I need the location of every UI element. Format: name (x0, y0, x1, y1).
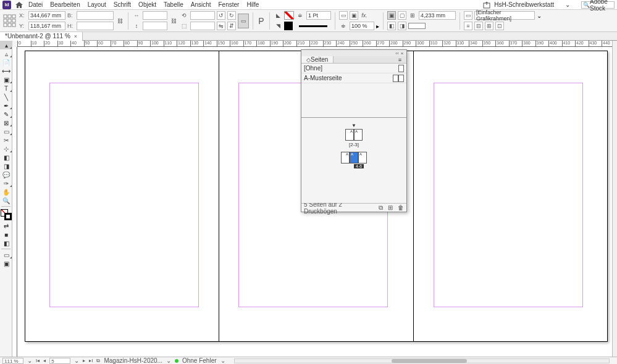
selection-tool-icon[interactable]: ▴ (0, 41, 12, 49)
open-docs-icon[interactable]: ⧉ (96, 358, 100, 364)
home-icon[interactable] (15, 1, 23, 9)
close-tab-icon[interactable]: × (74, 33, 77, 39)
menu-schrift[interactable]: Schrift (114, 1, 131, 8)
stroke-weight-field[interactable]: 1 Pt (306, 11, 331, 20)
menu-datei[interactable]: Datei (28, 1, 43, 8)
fit-frame-icon[interactable]: ◨ (398, 22, 406, 30)
preflight-label[interactable]: Ohne Fehler (182, 357, 217, 364)
menu-layout[interactable]: Layout (88, 1, 106, 8)
eyedropper-tool-icon[interactable]: ✑ (0, 179, 12, 188)
link-wh-icon[interactable]: ⛓ (115, 17, 124, 25)
fit-content-icon[interactable]: ▣ (387, 11, 396, 20)
wh-dropdown[interactable]: 4,233 mm (419, 11, 456, 20)
chevron-down-icon[interactable]: ⌄ (565, 1, 570, 8)
scale-x-field[interactable] (143, 11, 167, 20)
gap-tool-icon[interactable]: ⟷ (0, 67, 12, 75)
rotate-ccw-icon[interactable]: ↺ (217, 11, 225, 20)
align-icon[interactable]: ≡ (464, 22, 472, 30)
panel-titlebar[interactable]: ‹‹ × (301, 50, 406, 56)
direct-selection-tool-icon[interactable]: ▵ (0, 49, 12, 58)
spread-thumb-selected[interactable]: A A A 4-6 (301, 152, 406, 163)
x-field[interactable]: 344,667 mm (28, 11, 65, 20)
vertical-ruler[interactable] (12, 47, 17, 357)
panel-dock[interactable] (612, 41, 617, 357)
pen-tool-icon[interactable]: ✒ (0, 101, 12, 110)
prev-page-icon[interactable]: ◂ (43, 358, 46, 363)
master-a[interactable]: A-Musterseite (301, 73, 406, 83)
new-page-icon[interactable]: ⊞ (388, 204, 393, 211)
flip-h-icon[interactable]: ⇋ (217, 22, 225, 30)
page-tool-icon[interactable]: 📄 (0, 58, 12, 67)
paragraph-icon[interactable]: P (257, 17, 266, 25)
next-page-icon[interactable]: ▸ (83, 358, 85, 363)
w-field[interactable] (77, 11, 114, 20)
zoom-tool-icon[interactable]: 🔍 (0, 196, 12, 205)
gradient-feather-tool-icon[interactable]: ◨ (0, 162, 12, 170)
group-icon[interactable]: ⊞ (485, 22, 493, 30)
scissors-tool-icon[interactable]: ✂ (0, 136, 12, 144)
fill-frame-icon[interactable]: ◧ (387, 22, 396, 30)
dropdown-arrow-icon[interactable]: ⌄ (537, 12, 542, 19)
frame-type-icon[interactable]: ▭ (464, 11, 472, 20)
menu-ansicht[interactable]: Ansicht (191, 1, 211, 8)
link-scale-icon[interactable]: ⛓ (169, 17, 178, 25)
zoom-field[interactable]: 111 % (2, 358, 23, 364)
share-icon[interactable] (483, 1, 490, 9)
first-page-icon[interactable]: I◂ (36, 358, 40, 363)
rectangle-frame-tool-icon[interactable]: ⊠ (0, 118, 12, 127)
edit-page-size-icon[interactable]: ⧉ (379, 204, 383, 212)
fill-stroke-icon[interactable] (1, 209, 12, 220)
horizontal-ruler[interactable]: 0102030405060708090100110120130140150160… (17, 41, 612, 47)
h-field[interactable] (77, 22, 114, 30)
ungroup-icon[interactable]: ⊡ (495, 22, 504, 30)
text-wrap-icon[interactable]: ▣ (350, 11, 358, 20)
screen-mode-icon[interactable]: ▣ (0, 259, 12, 268)
rotate-field[interactable] (190, 11, 215, 20)
hand-tool-icon[interactable]: ✋ (0, 188, 12, 196)
scale-y-field[interactable] (143, 22, 167, 30)
fx-icon[interactable]: fx. (360, 11, 369, 20)
container-select-icon[interactable]: ▭ (238, 14, 249, 28)
panel-close-icon[interactable]: × (400, 51, 405, 56)
apply-color-icon[interactable]: ■ (0, 230, 12, 239)
panel-menu-icon[interactable]: ≡ (393, 56, 406, 63)
y-field[interactable]: 118,167 mm (28, 22, 65, 30)
view-mode-icon[interactable]: ▭ (0, 250, 12, 259)
stroke-style[interactable] (299, 25, 327, 27)
menu-fenster[interactable]: Fenster (219, 1, 240, 8)
preflight-dropdown-icon[interactable]: ⌄ (220, 357, 225, 364)
menu-hilfe[interactable]: Hilfe (246, 1, 259, 8)
center-content-icon[interactable]: ▢ (398, 11, 406, 20)
fill-swatch[interactable] (284, 11, 294, 20)
delete-page-icon[interactable]: 🗑 (398, 204, 404, 211)
page-dropdown-icon[interactable]: ⌄ (74, 357, 79, 364)
pencil-tool-icon[interactable]: ✎ (0, 110, 12, 118)
content-collector-tool-icon[interactable]: ▣ (0, 75, 12, 84)
flip-v-icon[interactable]: ⇵ (227, 22, 236, 30)
zoom-dropdown-icon[interactable]: ⌄ (27, 357, 32, 364)
spread-thumb[interactable]: A A [2-3] (301, 129, 406, 141)
note-tool-icon[interactable]: 💬 (0, 170, 12, 179)
horizontal-scrollbar[interactable] (234, 358, 610, 363)
gap-color-swatch[interactable] (408, 23, 426, 29)
menu-bearbeiten[interactable]: Bearbeiten (50, 1, 80, 8)
opacity-arrow-icon[interactable]: ▸ (376, 23, 379, 30)
corner-options-icon[interactable]: ▭ (339, 11, 348, 20)
gradient-swatch-tool-icon[interactable]: ◧ (0, 153, 12, 162)
rectangle-tool-icon[interactable]: ▭ (0, 127, 12, 136)
reference-point-icon[interactable] (2, 14, 17, 28)
frame-style-dropdown[interactable]: [Einfacher Grafikrahmen] (474, 11, 535, 20)
page-field[interactable]: 5 (49, 358, 70, 364)
shear-field[interactable] (190, 22, 215, 30)
menu-tabelle[interactable]: Tabelle (164, 1, 183, 8)
line-tool-icon[interactable]: ╲ (0, 93, 12, 101)
panel-tab-pages[interactable]: ◇ Seiten (301, 56, 334, 63)
panel-minimize-icon[interactable]: ‹‹ (395, 51, 400, 56)
opacity-field[interactable]: 100 % (350, 22, 374, 30)
rotate-cw-icon[interactable]: ↻ (227, 11, 236, 20)
file-dropdown-icon[interactable]: ⌄ (166, 357, 171, 364)
app-icon[interactable]: Id (2, 1, 11, 9)
document-tab[interactable]: *Unbenannt-2 @ 111 % × (0, 32, 83, 41)
stock-search[interactable]: 🔍 Adobe Stock (581, 1, 615, 9)
last-page-icon[interactable]: ▸I (89, 358, 93, 363)
